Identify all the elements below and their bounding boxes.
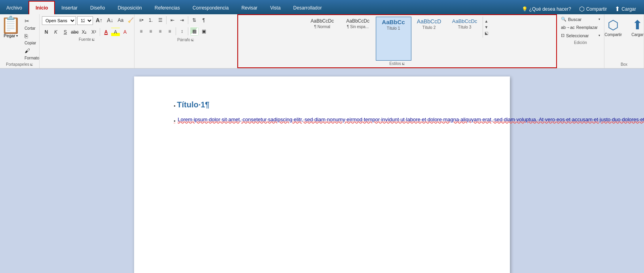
- parrafo-group: ≡• 1. ☰ ⇤ ⇥ ⇅ ¶ ≡ ≡ ≡ ≡ ↕ ▦ ▣: [134, 14, 237, 68]
- increase-indent-button[interactable]: ⇥: [178, 16, 186, 25]
- portapapeles-expand-icon[interactable]: ⬕: [30, 63, 33, 66]
- share-box-icon: ⬡: [608, 17, 619, 32]
- font-color-button[interactable]: A: [102, 28, 110, 36]
- estilo-sin-espacio[interactable]: AaBbCcDc ¶ Sin espa...: [340, 17, 376, 61]
- superscript-button[interactable]: X²: [89, 28, 98, 36]
- font-family-select[interactable]: Open Sans: [42, 16, 76, 25]
- buscar-dropdown-icon: ▾: [599, 17, 600, 21]
- upload-tab-button[interactable]: ⬆ Cargar: [611, 4, 640, 14]
- divider1: [100, 28, 100, 36]
- document-page[interactable]: Título·1¶ Lorem·ipsum·dolor·sit·amet,·co…: [134, 76, 510, 273]
- document-paragraph: Lorem·ipsum·dolor·sit·amet,·consetetur·s…: [174, 116, 470, 125]
- tab-diseno[interactable]: Diseño: [84, 2, 111, 14]
- tab-right-area: 💡 ¿Qué desea hacer? ⬡ Compartir ⬆ Cargar: [518, 4, 644, 14]
- estilo-normal-label: ¶ Normal: [314, 25, 330, 29]
- bullets-button[interactable]: ≡•: [137, 16, 146, 25]
- clear-format-button[interactable]: 🧹: [126, 16, 135, 25]
- estilo-titulo3-label: Título 3: [458, 25, 471, 29]
- paste-dropdown-icon: ▾: [16, 34, 18, 38]
- highlight-color-button[interactable]: A: [111, 28, 120, 36]
- divider2: [166, 16, 167, 24]
- fuente-expand-icon[interactable]: ⬕: [92, 38, 95, 41]
- tab-insertar[interactable]: Insertar: [55, 2, 84, 14]
- tab-revisar[interactable]: Revisar: [235, 2, 264, 14]
- estilo-normal[interactable]: AaBbCcDc ¶ Normal: [305, 17, 340, 61]
- align-right-button[interactable]: ≡: [156, 27, 165, 36]
- replace-icon: ab→ac: [561, 25, 575, 30]
- bold-button[interactable]: N: [42, 28, 51, 36]
- decrease-font-size-button[interactable]: A↓: [105, 16, 115, 25]
- cut-button[interactable]: ✂ Cortar: [23, 17, 40, 32]
- shading-button[interactable]: ▦: [190, 27, 199, 36]
- fuente-group: Open Sans 12 A↑ A↓ Aa 🧹 N K S abc X₂ X² …: [40, 14, 134, 68]
- estilo-titulo1-preview: AaBbCc: [382, 19, 405, 25]
- paste-button[interactable]: 📋 Pegar ▾: [0, 16, 23, 39]
- tab-correspondencia[interactable]: Correspondencia: [186, 2, 235, 14]
- tab-archivo[interactable]: Archivo: [0, 2, 28, 14]
- upload-box-button[interactable]: ⬆ Cargar: [628, 16, 644, 38]
- decrease-indent-button[interactable]: ⇤: [168, 16, 177, 25]
- strikethrough-button[interactable]: abc: [70, 28, 79, 36]
- document-title: Título·1¶: [174, 100, 470, 109]
- portapapeles-content: 📋 Pegar ▾ ✂ Cortar ⎘ Copiar 🖌 Formato: [0, 16, 40, 61]
- buscar-button[interactable]: 🔍 Buscar ▾: [559, 16, 602, 23]
- share-tab-button[interactable]: ⬡ Compartir: [575, 4, 611, 14]
- tab-disposicion[interactable]: Disposición: [111, 2, 148, 14]
- estilo-titulo1-label: Título 1: [387, 26, 400, 31]
- borders-button[interactable]: ▣: [199, 27, 208, 36]
- portapapeles-group: 📋 Pegar ▾ ✂ Cortar ⎘ Copiar 🖌 Formato Po…: [0, 14, 40, 68]
- parrafo-expand-icon[interactable]: ⬕: [191, 38, 194, 42]
- change-case-button[interactable]: Aa: [116, 16, 125, 25]
- sort-button[interactable]: ⇅: [190, 16, 199, 25]
- show-marks-button[interactable]: ¶: [199, 16, 208, 25]
- align-center-button[interactable]: ≡: [146, 27, 155, 36]
- format-row: N K S abc X₂ X² A A A: [42, 28, 132, 36]
- estilo-titulo3-preview: AaBbCcDc: [452, 18, 477, 24]
- clipboard-small-buttons: ✂ Cortar ⎘ Copiar 🖌 Formato: [23, 17, 40, 61]
- share-box-button[interactable]: ⬡ Compartir: [601, 16, 625, 38]
- estilos-scroll-buttons: ▲ ▼ ⬕: [483, 17, 490, 38]
- line-spacing-button[interactable]: ↕: [178, 27, 186, 36]
- document-area: Título·1¶ Lorem·ipsum·dolor·sit·amet,·co…: [0, 69, 644, 273]
- estilos-content: AaBbCcDc ¶ Normal AaBbCcDc ¶ Sin espa...…: [305, 17, 490, 61]
- copy-button[interactable]: ⎘ Copiar: [23, 32, 40, 47]
- tab-desarrollador[interactable]: Desarrollador: [287, 2, 328, 14]
- divider5: [188, 27, 188, 35]
- estilo-sin-espacio-label: ¶ Sin espa...: [347, 25, 369, 29]
- estilos-group: AaBbCcDc ¶ Normal AaBbCcDc ¶ Sin espa...…: [237, 14, 557, 68]
- subscript-button[interactable]: X₂: [80, 28, 89, 36]
- estilo-titulo2-label: Título 2: [422, 25, 436, 30]
- numbered-list-button[interactable]: 1.: [146, 16, 155, 25]
- tab-vista[interactable]: Vista: [264, 2, 287, 14]
- estilos-scroll-down-button[interactable]: ▼: [484, 24, 489, 30]
- estilo-titulo1[interactable]: AaBbCc Título 1: [376, 17, 411, 61]
- paste-label: Pegar: [4, 33, 15, 38]
- estilo-titulo3[interactable]: AaBbCcDc Título 3: [447, 17, 483, 61]
- format-painter-button[interactable]: 🖌 Formato: [23, 47, 40, 61]
- estilos-scroll-up-button[interactable]: ▲: [484, 18, 489, 24]
- text-shading-button[interactable]: A: [121, 28, 129, 36]
- increase-font-size-button[interactable]: A↑: [94, 16, 104, 25]
- font-size-select[interactable]: 12: [77, 16, 93, 25]
- fuente-label: Fuente ⬕: [42, 37, 132, 42]
- underline-button[interactable]: S: [61, 28, 70, 36]
- paragraph-text: Lorem·ipsum·dolor·sit·amet,·consetetur·s…: [178, 116, 644, 124]
- tab-inicio[interactable]: Inicio: [28, 1, 55, 14]
- estilos-label: Estilos ⬕: [241, 61, 554, 67]
- justify-button[interactable]: ≡: [165, 27, 174, 36]
- align-left-button[interactable]: ≡: [137, 27, 146, 36]
- select-icon: ⊡: [561, 33, 564, 38]
- reemplazar-button[interactable]: ab→ac Reemplazar: [559, 24, 602, 31]
- help-button[interactable]: 💡 ¿Qué desea hacer?: [518, 5, 575, 13]
- paste-icon: 📋: [0, 17, 21, 33]
- tab-referencias[interactable]: Referencias: [148, 2, 186, 14]
- seleccionar-button[interactable]: ⊡ Seleccionar ▾: [559, 32, 602, 39]
- estilo-normal-preview: AaBbCcDc: [311, 18, 334, 24]
- estilo-titulo2[interactable]: AaBbCcD Título 2: [411, 17, 447, 61]
- divider4: [176, 27, 176, 35]
- multilevel-list-button[interactable]: ☰: [156, 16, 165, 25]
- italic-button[interactable]: K: [51, 28, 60, 36]
- font-name-row: Open Sans 12 A↑ A↓ Aa 🧹: [42, 16, 132, 25]
- estilos-expand-icon[interactable]: ⬕: [402, 62, 405, 65]
- estilos-expand-button[interactable]: ⬕: [484, 30, 489, 36]
